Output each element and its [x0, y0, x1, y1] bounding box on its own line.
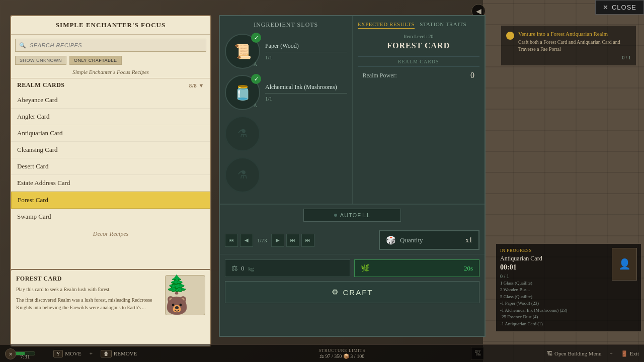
- expected-header: EXPECTED RESULTS STATION TRAITS: [358, 21, 480, 29]
- ingredient-info-1: Paper (Wood) 1/1: [265, 42, 347, 60]
- weight-icon-bottom: ⚖: [319, 353, 326, 359]
- time-icon: 🌿: [361, 264, 369, 273]
- ingredient-qty-1: 1/1: [265, 54, 347, 60]
- forest-card-icon: 🌲🐻: [166, 274, 205, 316]
- realm-power-label: Realm Power:: [363, 72, 397, 79]
- quest-progress: 0 / 1: [518, 55, 631, 60]
- nav-next-button[interactable]: ⏭: [286, 234, 299, 247]
- time-stat: 🌿 20s: [354, 259, 479, 277]
- nav-counter: 1 / 73: [253, 237, 271, 243]
- info-text: FOREST CARD Play this card to seek a Rea…: [16, 275, 160, 341]
- ingredient-section: INGREDIENT SLOTS 📜 ✓ A Paper (Wood) 1/1 …: [220, 16, 353, 204]
- nav-last-button[interactable]: ⏭: [301, 234, 314, 247]
- count-icon-bottom: 📦: [343, 353, 351, 359]
- in-progress-card: IN PROGRESS Antiquarian Card 00:01 0 / 1…: [496, 243, 641, 332]
- count-limit: 3 / 100: [350, 353, 364, 359]
- empty-slot-1: ⚗: [225, 116, 260, 151]
- remove-item: 🗑 REMOVE: [101, 350, 137, 357]
- autofill-button[interactable]: AUTOFILL: [303, 209, 401, 222]
- nav-prev-button[interactable]: ◀: [240, 234, 253, 247]
- list-item[interactable]: Antiquarian Card: [11, 125, 210, 142]
- corner-icon: ✕: [5, 348, 16, 359]
- only-craftable-button[interactable]: ONLY CRAFTABLE: [69, 56, 122, 65]
- craft-label: CRAFT: [343, 288, 373, 297]
- weight-stat: ⚖ 0 kg: [225, 259, 350, 277]
- list-item[interactable]: Cleansing Card: [11, 142, 210, 158]
- result-section: EXPECTED RESULTS STATION TRAITS Item Lev…: [353, 16, 485, 204]
- quantity-value: x1: [465, 236, 472, 244]
- move-item: Y MOVE: [53, 350, 82, 357]
- back-icon: ◀: [476, 7, 481, 16]
- weight-value: 0: [241, 264, 245, 273]
- realm-power-value: 0: [470, 71, 474, 80]
- quest-title: Venture into a Forest Antiquarian Realm: [518, 31, 631, 37]
- progress-details: 1 Glass (Quailite) 2 Wooden Bus... 5 Gla…: [500, 280, 608, 328]
- bottom-bar: ✕ 7:31 Y MOVE + 🗑 REMOVE STRUCTURE LIMIT…: [0, 344, 644, 362]
- quest-desc: Craft both a Forest Card and Antiquarian…: [518, 39, 631, 53]
- list-item-selected[interactable]: Forest Card: [11, 192, 210, 209]
- info-image: 🌲🐻: [165, 275, 205, 315]
- exit-item[interactable]: 🚪 Exit: [621, 350, 639, 357]
- sort-icon: ▼: [199, 82, 204, 88]
- weight-icon: ⚖: [231, 264, 238, 273]
- quest-dot-icon: [506, 32, 514, 40]
- autofill-dot-icon: [334, 214, 337, 217]
- check-icon-1: ✓: [251, 33, 261, 43]
- open-building-item[interactable]: 🏗 Open Building Menu: [547, 350, 602, 356]
- quantity-label: Quantity: [400, 236, 461, 244]
- quantity-icon: 🎲: [386, 235, 396, 245]
- craft-button[interactable]: ⚙ CRAFT: [225, 281, 479, 303]
- list-item[interactable]: Abeyance Card: [11, 92, 210, 109]
- weight-limit: 97 / 350: [326, 353, 342, 359]
- ingredient-slot-3: ⚗: [225, 116, 347, 151]
- realm-cards-label: REALM CARDS: [358, 56, 480, 67]
- list-item[interactable]: Angler Card: [11, 109, 210, 125]
- list-item[interactable]: Swamp Card: [11, 209, 210, 225]
- building-icon-bottom: 🏗: [547, 350, 552, 356]
- quest-card: Venture into a Forest Antiquarian Realm …: [501, 25, 636, 66]
- nav-left: ⏮ ◀: [225, 234, 253, 247]
- list-item[interactable]: Desert Card: [11, 158, 210, 175]
- close-label: CLOSE: [612, 4, 636, 11]
- info-desc1: Play this card to seek a Realm lush with…: [16, 286, 160, 293]
- list-item[interactable]: Estate Address Card: [11, 175, 210, 192]
- nav-right: ▶ ⏭ ⏭: [271, 234, 314, 247]
- progress-fraction: 0 / 1: [500, 274, 608, 279]
- autofill-bar: AUTOFILL: [220, 204, 485, 226]
- weight-unit: kg: [249, 265, 254, 272]
- nav-bar: ⏮ ◀ 1 / 73 ▶ ⏭ ⏭ 🎲 Quantity x1: [220, 226, 485, 254]
- exit-icon: 🚪: [621, 350, 628, 357]
- realm-power-row: Realm Power: 0: [358, 71, 480, 80]
- structure-limits: STRUCTURE LIMITS ⚖ 97 / 350 📦 3 / 100: [145, 348, 539, 359]
- decor-section[interactable]: Decor Recipes: [11, 225, 210, 243]
- section-label: REALM CARDS: [17, 81, 65, 89]
- tab-station-traits[interactable]: STATION TRAITS: [420, 21, 466, 29]
- progress-info: IN PROGRESS Antiquarian Card 00:01 0 / 1…: [500, 248, 608, 328]
- panel-title: SIMPLE ENCHANTER'S FOCUS: [11, 16, 210, 35]
- craft-icon: ⚙: [332, 288, 339, 297]
- ingredient-slot-1: 📜 ✓ A Paper (Wood) 1/1: [225, 34, 347, 69]
- in-progress-label: IN PROGRESS: [500, 248, 608, 253]
- search-input[interactable]: [15, 39, 206, 52]
- item-level: Item Level: 20: [358, 34, 480, 39]
- ingredient-icon-2: 🫙 ✓ A: [225, 75, 260, 110]
- ingredient-name-1: Paper (Wood): [265, 42, 347, 52]
- ingredient-slot-2: 🫙 ✓ A Alchemical Ink (Mushrooms) 1/1: [225, 75, 347, 110]
- nav-play-button[interactable]: ▶: [271, 234, 284, 247]
- plus-icon-move: +: [90, 350, 93, 356]
- main-panel: INGREDIENT SLOTS 📜 ✓ A Paper (Wood) 1/1 …: [219, 15, 486, 337]
- progress-avatar: 👤: [612, 248, 637, 281]
- progress-time: 00:01: [500, 263, 608, 272]
- section-count: 8/8 ▼: [189, 82, 204, 88]
- structure-values: ⚖ 97 / 350 📦 3 / 100: [145, 353, 539, 359]
- item-name: FOREST CARD: [358, 41, 480, 50]
- nav-first-button[interactable]: ⏮: [225, 234, 238, 247]
- remove-icon: 🗑: [101, 350, 112, 357]
- search-icon: 🔍: [19, 42, 26, 49]
- close-button[interactable]: ✕ CLOSE: [595, 0, 644, 15]
- tab-expected-results[interactable]: EXPECTED RESULTS: [358, 21, 415, 29]
- ingredient-icon-1: 📜 ✓ A: [225, 34, 260, 69]
- progress-title: Antiquarian Card: [500, 255, 608, 262]
- ingredient-slot-4: ⚗: [225, 157, 347, 193]
- show-unknown-button[interactable]: SHOW UNKNOWN: [15, 56, 66, 65]
